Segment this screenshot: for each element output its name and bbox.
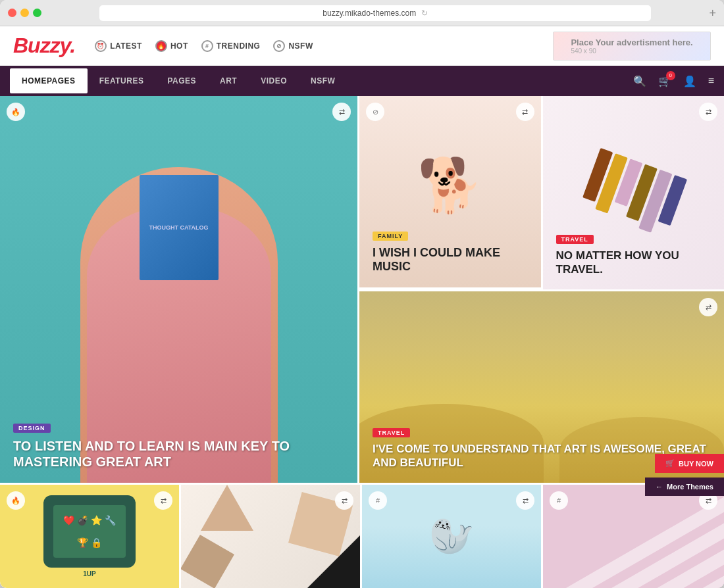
user-icon[interactable]: 👤 [683,75,696,87]
browser-chrome: buzzy.mikado-themes.com ↻ + [0,0,724,26]
nav-nsfw-label: NSFW [288,41,313,51]
new-tab-button[interactable]: + [709,7,716,19]
cart-badge: 0 [666,71,675,80]
top-bar: Buzzy. ⏰ LATEST 🔥 HOT # TRENDING ⊘ NSFW [0,26,724,66]
nav-latest[interactable]: ⏰ LATEST [95,40,142,52]
hash-badge-b4[interactable]: # [550,491,568,510]
close-button[interactable] [8,9,16,17]
geo-illustration [181,485,360,588]
browser-window: buzzy.mikado-themes.com ↻ + Buzzy. ⏰ LAT… [0,0,724,588]
menu-icon[interactable]: ≡ [708,75,714,87]
card-tr1-title: I WISH I COULD MAKE MUSIC [373,246,528,274]
buy-now-button[interactable]: 🛒 BUY NOW [655,454,724,473]
url-bar[interactable]: buzzy.mikado-themes.com ↻ [99,5,651,21]
fire-badge-b1[interactable]: 🔥 [7,491,25,510]
refresh-icon[interactable]: ↻ [421,9,428,18]
tv-illustration: ❤️ 💣 ⭐ 🔧 🏆 🔒 1UP [0,485,179,588]
search-icon[interactable]: 🔍 [633,75,646,87]
buy-now-label: BUY NOW [679,460,713,468]
nav-features[interactable]: FEATURES [88,68,156,93]
card-tr1-overlay: FAMILY I WISH I COULD MAKE MUSIC [359,219,541,287]
share-btn-tr2[interactable]: ⇄ [699,103,717,121]
seal-illustration: 🦭 [362,485,541,588]
nav-trending[interactable]: # TRENDING [201,40,261,52]
ad-text: Place Your advertisment here. [571,37,692,47]
card-bm-category: TRAVEL [373,428,410,437]
hash-icon: # [201,40,213,52]
nav-latest-label: LATEST [110,41,142,51]
top-nav: ⏰ LATEST 🔥 HOT # TRENDING ⊘ NSFW [95,40,313,52]
cart-icon[interactable]: 🛒 0 [658,75,671,87]
card-main[interactable]: THOUGHT CATALOG 🔥 ⇄ DESIGN TO LISTEN AND… [0,96,357,483]
nav-trending-label: TRENDING [217,41,261,51]
card-tr2-category: TRAVEL [556,235,594,244]
nav-homepages[interactable]: HOMEPAGES [10,68,88,93]
nav-nsfw[interactable]: ⊘ NSFW [273,40,313,52]
share-btn-b2[interactable]: ⇄ [335,491,353,510]
bottom-item-1[interactable]: ❤️ 💣 ⭐ 🔧 🏆 🔒 1UP 🔥 [0,485,181,588]
card-top-right-2[interactable]: ⇄ TRAVEL NO MATTER HOW YOU TRAVEL. [541,96,725,289]
traffic-lights [8,9,41,17]
card-main-overlay: DESIGN TO LISTEN AND TO LEARN IS MAIN KE… [0,411,357,483]
content-grid: THOUGHT CATALOG 🔥 ⇄ DESIGN TO LISTEN AND… [0,96,724,483]
site-content: Buzzy. ⏰ LATEST 🔥 HOT # TRENDING ⊘ NSFW [0,26,724,588]
url-text: buzzy.mikado-themes.com [323,9,416,18]
bottom-row: ❤️ 💣 ⭐ 🔧 🏆 🔒 1UP 🔥 [0,483,724,588]
arrow-left-icon: ← [656,483,663,491]
share-btn-bm[interactable]: ⇄ [699,298,717,316]
nsfw-badge-tr1[interactable]: ⊘ [366,103,384,121]
bottom-item-4[interactable]: # ⇄ [543,485,724,588]
fire-badge-main[interactable]: 🔥 [7,103,25,121]
card-tr2-overlay: TRAVEL NO MATTER HOW YOU TRAVEL. [543,222,725,289]
maximize-button[interactable] [33,9,41,17]
share-btn-b3[interactable]: ⇄ [516,491,534,510]
flame-icon: 🔥 [155,40,167,52]
more-themes-button[interactable]: ← More Themes [645,478,724,496]
card-top-right-1[interactable]: 🐕 ⊘ ⇄ FAMILY I WISH I COULD MAKE MUSIC [357,96,541,289]
block-icon: ⊘ [273,40,285,52]
share-btn-b1[interactable]: ⇄ [154,491,172,510]
cart-icon-small: 🛒 [665,459,675,468]
card-tr2-title: NO MATTER HOW YOU TRAVEL. [556,249,711,276]
hash-badge-b3[interactable]: # [369,491,387,510]
stripe-illustration [543,485,724,588]
bottom-item-3[interactable]: 🦭 # ⇄ [362,485,543,588]
card-main-category: DESIGN [13,424,51,433]
card-tr1-category: FAMILY [373,232,408,241]
share-btn-main[interactable]: ⇄ [332,103,351,121]
nav-hot[interactable]: 🔥 HOT [155,40,188,52]
nav-items: HOMEPAGES FEATURES PAGES ART VIDEO NSFW [10,68,347,93]
minimize-button[interactable] [20,9,29,17]
more-themes-label: More Themes [667,483,713,491]
nav-art[interactable]: ART [208,68,249,93]
card-main-title: TO LISTEN AND TO LEARN IS MAIN KEY TO MA… [13,438,344,470]
nav-bar: HOMEPAGES FEATURES PAGES ART VIDEO NSFW … [0,66,724,96]
nav-hot-label: HOT [170,41,188,51]
nav-video[interactable]: VIDEO [249,68,299,93]
bottom-item-2[interactable]: ⇄ [181,485,362,588]
nav-nsfw-main[interactable]: NSFW [299,68,347,93]
ad-banner: Place Your advertisment here. 540 x 90 [553,32,711,61]
share-btn-tr1[interactable]: ⇄ [516,103,534,121]
nav-icon-group: 🔍 🛒 0 👤 ≡ [633,75,714,87]
ad-size: 540 x 90 [571,47,692,55]
clock-icon: ⏰ [95,40,107,52]
site-logo[interactable]: Buzzy. [13,34,75,58]
nav-pages[interactable]: PAGES [155,68,208,93]
